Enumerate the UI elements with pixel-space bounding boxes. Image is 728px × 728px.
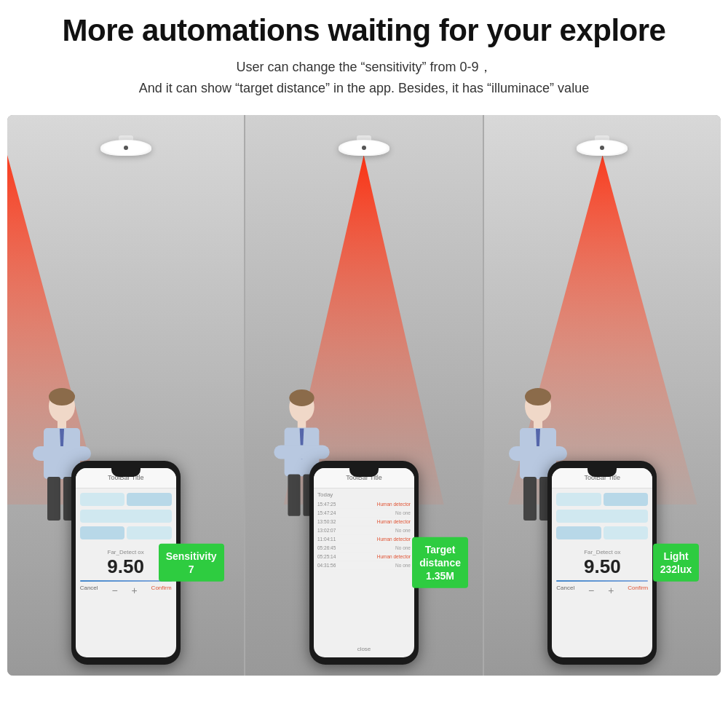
phone-btn-row-1b	[80, 510, 172, 523]
history-event: Human detector	[377, 519, 411, 524]
phone-btn-1c[interactable]	[80, 510, 172, 523]
history-event: No one	[395, 510, 411, 515]
phone-btn-row-3	[556, 493, 648, 506]
phone-divider-3	[556, 580, 648, 582]
phone-divider-1	[80, 580, 172, 582]
history-event: Human detector	[377, 537, 411, 542]
sensor-body-3	[577, 140, 628, 156]
history-item: 15:47:24No one	[317, 509, 411, 518]
phone-screen-2: ToolBar Title Today 15:47:25Human detect…	[314, 468, 414, 657]
history-time: 04:31:56	[317, 563, 336, 568]
history-time: 15:47:24	[317, 510, 336, 515]
history-item: 05:25:14Human detector	[317, 553, 411, 561]
svg-point-2	[49, 388, 75, 405]
history-time: 11:04:11	[317, 537, 336, 542]
subtitle-line2: And it can show “target distance” in the…	[139, 81, 589, 95]
history-time: 15:47:25	[317, 502, 336, 507]
phone-content-3: Far_Detect ox 9.50 Cancel − + Confirm	[552, 488, 652, 657]
sensor-3	[577, 135, 628, 156]
page-container: More automations waiting for your explor…	[0, 0, 728, 728]
phone-3: ToolBar Title	[547, 461, 657, 665]
sensor-dot-1	[124, 146, 128, 150]
phone-notch-2	[349, 468, 379, 477]
history-time: 05:25:14	[317, 554, 336, 559]
history-event: No one	[395, 528, 411, 533]
phone-btn-3e[interactable]	[604, 526, 649, 539]
svg-point-20	[525, 388, 551, 405]
panel-sensitivity: ToolBar Title	[7, 115, 245, 676]
svg-rect-24	[509, 446, 567, 461]
history-time: 05:26:45	[317, 545, 336, 550]
svg-rect-3	[58, 420, 66, 429]
phone-btn-1d[interactable]	[80, 526, 125, 539]
sensor-dot-3	[600, 146, 604, 150]
sensor-2	[339, 135, 389, 156]
phone-container-3: ToolBar Title	[547, 461, 657, 665]
phone-confirm-1[interactable]: Confirm	[151, 585, 172, 596]
images-section: ToolBar Title	[7, 115, 721, 676]
history-time: 13:50:32	[317, 519, 336, 524]
history-event: No one	[395, 545, 411, 550]
phone-bottom-row-3: Cancel − + Confirm	[556, 585, 648, 596]
phone-btn-row-3c	[556, 526, 648, 539]
phone-screen-3: ToolBar Title	[552, 468, 652, 657]
sensor-body-1	[100, 140, 151, 156]
history-event: Human detector	[377, 554, 411, 559]
sensor-dot-2	[362, 146, 366, 150]
sensitivity-badge: Sensitivity 7	[159, 544, 224, 582]
phone-minus-3[interactable]: −	[588, 585, 594, 596]
phone-btn-3b[interactable]	[604, 493, 649, 506]
phone-minus-1[interactable]: −	[111, 585, 117, 596]
phone-container-1: ToolBar Title	[71, 461, 181, 665]
history-list: 15:47:25Human detector15:47:24No one13:5…	[317, 500, 411, 570]
history-event: No one	[395, 563, 411, 568]
history-item: 05:26:45No one	[317, 544, 411, 553]
main-title: More automations waiting for your explor…	[7, 13, 721, 48]
phone-confirm-3[interactable]: Confirm	[628, 585, 648, 596]
phone-plus-1[interactable]: +	[132, 585, 138, 596]
sensor-1	[100, 135, 151, 156]
panel-light: ToolBar Title	[484, 115, 721, 676]
sensor-body-2	[339, 140, 389, 156]
phone-container-2: ToolBar Title Today 15:47:25Human detect…	[309, 461, 419, 665]
phone-btn-row-1c	[80, 526, 172, 539]
history-item: 15:47:25Human detector	[317, 500, 411, 509]
subtitle-line1: User can change the “sensitivity” from 0…	[236, 60, 491, 74]
phone-btn-row-1	[80, 493, 172, 506]
phone-cancel-1[interactable]: Cancel	[80, 585, 98, 596]
svg-rect-6	[33, 446, 91, 461]
phone-btn-1b[interactable]	[127, 493, 172, 506]
subtitle: User can change the “sensitivity” from 0…	[7, 57, 721, 99]
phone-content-2: Today 15:47:25Human detector15:47:24No o…	[314, 488, 414, 657]
phone-value-area-3: Far_Detect ox 9.50 Cancel − + Confirm	[556, 549, 648, 596]
phone-btn-3d[interactable]	[556, 526, 601, 539]
phone-btn-3a[interactable]	[556, 493, 601, 506]
phone-plus-3[interactable]: +	[608, 585, 614, 596]
history-item: 04:31:56No one	[317, 561, 411, 570]
svg-rect-16	[288, 474, 301, 515]
light-badge: Light 232lux	[653, 544, 700, 582]
phone-btn-row-3b	[556, 510, 648, 523]
phone-notch-3	[587, 468, 617, 477]
phone-notch-1	[111, 468, 141, 477]
phone-far-detect-label-3: Far_Detect ox	[556, 549, 648, 555]
history-item: 13:02:07No one	[317, 526, 411, 535]
svg-rect-7	[47, 477, 60, 521]
svg-rect-21	[534, 420, 542, 429]
close-button[interactable]: close	[317, 644, 411, 654]
header-section: More automations waiting for your explor…	[0, 0, 728, 105]
phone-2: ToolBar Title Today 15:47:25Human detect…	[309, 461, 419, 665]
svg-rect-25	[523, 477, 537, 521]
phone-cancel-3[interactable]: Cancel	[556, 585, 574, 596]
history-event: Human detector	[377, 502, 411, 507]
history-item: 13:50:32Human detector	[317, 518, 411, 526]
phone-btn-1a[interactable]	[80, 493, 125, 506]
panel-target-distance: ToolBar Title Today 15:47:25Human detect…	[245, 115, 483, 676]
phone-btn-3c[interactable]	[556, 510, 648, 523]
history-item: 11:04:11Human detector	[317, 535, 411, 544]
svg-point-11	[290, 389, 314, 406]
today-label: Today	[317, 491, 411, 498]
target-distance-badge: Target distance 1.35M	[412, 537, 468, 589]
phone-btn-1e[interactable]	[127, 526, 172, 539]
history-time: 13:02:07	[317, 528, 336, 533]
